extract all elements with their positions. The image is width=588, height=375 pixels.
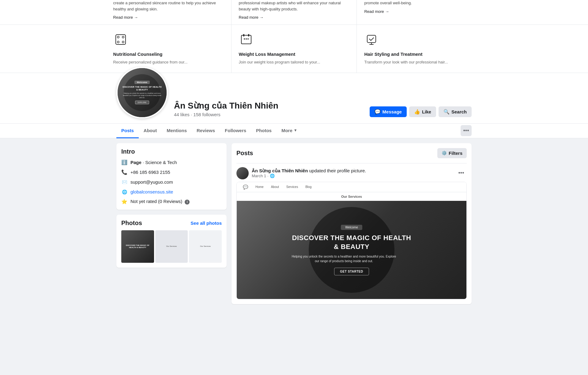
info-circle-icon[interactable]: i: [185, 200, 190, 205]
website-nav-about: About: [271, 185, 279, 189]
email-icon: ✉️: [121, 179, 127, 185]
avatar-welcome-badge: Welcome: [134, 81, 150, 84]
photo-thumb-2[interactable]: Our Services: [155, 230, 188, 263]
intro-phone-row: 📞 +86 185 6963 2155: [121, 169, 222, 175]
avatar[interactable]: Welcome DISCOVER THE MAGIC OF HEALTH & B…: [116, 67, 168, 118]
photos-title: Photos: [121, 220, 142, 227]
page-stats: 44 likes · 158 followers: [174, 112, 370, 117]
service-title-2: Weight Loss Management: [239, 52, 349, 57]
like-icon: 👍: [414, 109, 420, 115]
tab-mentions[interactable]: Mentions: [162, 124, 192, 138]
post-date: March 1: [252, 174, 266, 178]
post-action: updated their profile picture.: [308, 168, 366, 173]
website-logo-icon: 💬: [243, 185, 248, 189]
svg-point-4: [122, 41, 124, 43]
page-name: Ân Sừng của Thiên Nhiên: [174, 101, 370, 111]
left-column: Intro ℹ️ Page · Science & Tech 📞 +86 185…: [116, 143, 227, 268]
photos-header: Photos See all photos: [121, 220, 222, 227]
read-more-link-1[interactable]: Read more →: [113, 15, 138, 20]
tab-posts[interactable]: Posts: [116, 124, 139, 138]
posts-card: Posts ⚙️ Filters Ân Sừng của Thiên Nhiên…: [232, 143, 472, 304]
top-service-card-2: professional makeup artists who will enh…: [232, 0, 357, 25]
svg-point-8: [247, 38, 249, 40]
post-image[interactable]: 💬 Home About Services Blog Our Services: [236, 182, 467, 299]
read-more-link-3[interactable]: Read more →: [364, 9, 389, 14]
like-button[interactable]: 👍 Like: [409, 106, 436, 117]
hero-title: DISCOVER THE MAGIC OF HEALTH & BEAUTY: [290, 234, 413, 251]
service-icon-1: [113, 32, 224, 48]
hero-content: Welcome DISCOVER THE MAGIC OF HEALTH & B…: [284, 218, 419, 281]
see-all-photos-link[interactable]: See all photos: [190, 220, 222, 226]
search-icon: 🔍: [443, 109, 450, 115]
dot-separator: ·: [267, 174, 269, 178]
search-button[interactable]: 🔍 Search: [439, 106, 472, 117]
top-service-card-1: create a personalized skincare routine t…: [106, 0, 232, 25]
website-nav-bar: 💬 Home About Services Blog: [237, 182, 466, 192]
profile-text: Ân Sừng của Thiên Nhiên 44 likes · 158 f…: [174, 101, 370, 118]
avatar-sub: Helping you unlock the secrets to a heal…: [123, 92, 162, 99]
svg-rect-0: [116, 35, 126, 44]
hero-welcome-badge: Welcome: [341, 225, 362, 230]
post-avatar[interactable]: [236, 167, 249, 179]
svg-rect-11: [367, 35, 376, 43]
service-title-3: Hair Styling and Treatment: [364, 52, 475, 57]
top-service-card-3: promote overall well-being. Read more →: [357, 0, 482, 25]
messenger-icon: 💬: [375, 109, 381, 115]
svg-point-3: [117, 41, 119, 43]
post-author[interactable]: Ân Sừng của Thiên Nhiên: [252, 168, 308, 173]
message-button[interactable]: 💬 Message: [370, 106, 407, 117]
main-content: Intro ℹ️ Page · Science & Tech 📞 +86 185…: [110, 143, 478, 304]
tab-reviews[interactable]: Reviews: [192, 124, 220, 138]
service-desc-3: Transform your look with our professiona…: [364, 59, 475, 65]
svg-rect-10: [248, 34, 249, 36]
phone-icon: 📞: [121, 169, 127, 175]
right-column: Posts ⚙️ Filters Ân Sừng của Thiên Nhiên…: [232, 143, 472, 304]
intro-email: support@yuguo.com: [130, 179, 173, 185]
service-desc-1: Receive personalized guidance from our..…: [113, 59, 224, 65]
action-buttons: 💬 Message 👍 Like 🔍 Search: [370, 106, 472, 118]
intro-rating-row: ⭐ Not yet rated (0 Reviews) i: [121, 199, 222, 205]
posts-title: Posts: [236, 150, 253, 157]
info-icon: ℹ️: [121, 159, 127, 166]
avatar-explore-btn[interactable]: EXPLORE: [135, 101, 149, 104]
intro-website[interactable]: globalconsensus.site: [130, 189, 173, 194]
tab-more[interactable]: More ▼: [277, 124, 302, 138]
svg-point-2: [122, 36, 124, 38]
svg-point-7: [246, 38, 247, 40]
website-nav-services: Services: [286, 185, 298, 189]
service-card-1: Nutritional Counseling Receive personali…: [106, 25, 232, 73]
service-icon-3: [364, 32, 475, 48]
intro-category: Page · Science & Tech: [130, 160, 177, 165]
service-icon-2: [239, 32, 349, 48]
star-icon: ⭐: [121, 199, 127, 205]
ellipsis-icon: •••: [463, 128, 469, 134]
photos-grid: DISCOVER THE MAGIC OF HEALTH & BEAUTY Ou…: [121, 230, 222, 263]
get-started-button[interactable]: GET STARTED: [334, 268, 369, 275]
tab-about[interactable]: About: [139, 124, 162, 138]
service-title-1: Nutritional Counseling: [113, 52, 224, 57]
post-options-button[interactable]: •••: [456, 168, 467, 179]
svg-rect-9: [243, 34, 244, 36]
service-desc-2: Join our weight loss program tailored to…: [239, 59, 349, 65]
photo-thumb-3[interactable]: Our Services: [189, 230, 222, 263]
chevron-down-icon: ▼: [294, 128, 297, 132]
intro-website-row: 🌐 globalconsensus.site: [121, 189, 222, 195]
read-more-link-2[interactable]: Read more →: [239, 15, 264, 20]
tab-followers[interactable]: Followers: [220, 124, 251, 138]
top-service-text-2: professional makeup artists who will enh…: [239, 0, 349, 12]
our-services-label: Our Services: [237, 192, 466, 201]
post-meta: Ân Sừng của Thiên Nhiên updated their pr…: [252, 168, 453, 178]
intro-title: Intro: [121, 148, 222, 155]
profile-info-bar: Welcome DISCOVER THE MAGIC OF HEALTH & B…: [116, 73, 472, 123]
photo-thumb-1[interactable]: DISCOVER THE MAGIC OF HEALTH & BEAUTY: [121, 230, 154, 263]
more-options-button[interactable]: •••: [461, 125, 472, 136]
service-card-3: Hair Styling and Treatment Transform you…: [357, 25, 482, 73]
avatar-title: DISCOVER THE MAGIC OF HEALTH & BEAUTY: [123, 86, 162, 91]
intro-phone: +86 185 6963 2155: [130, 170, 170, 175]
filters-button[interactable]: ⚙️ Filters: [437, 148, 467, 158]
top-service-text-3: promote overall well-being.: [364, 0, 475, 6]
post-item: Ân Sừng của Thiên Nhiên updated their pr…: [236, 163, 467, 299]
privacy-icon: 🌐: [270, 174, 275, 178]
tab-photos[interactable]: Photos: [251, 124, 277, 138]
post-time-line: March 1 · 🌐: [252, 174, 453, 178]
